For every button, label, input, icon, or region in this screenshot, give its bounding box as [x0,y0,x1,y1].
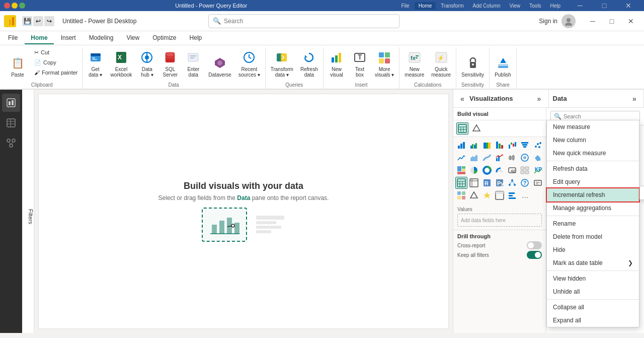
publish-button[interactable]: Publish [492,47,514,80]
report-canvas[interactable]: Build visuals with your data Select or d… [38,94,449,329]
new-visual-button[interactable]: Newvisual [326,47,348,80]
viz-trophy[interactable] [481,189,493,201]
sign-in-area[interactable]: Sign in [539,14,576,28]
app-search-input[interactable] [224,18,395,25]
ribbon-tab-file[interactable]: File [2,32,24,44]
viz-waterfall[interactable] [506,139,518,151]
data-hub-button[interactable]: Datahub ▾ [136,47,158,80]
viz-table2[interactable] [494,189,506,201]
context-menu-manage-aggregations[interactable]: Manage aggregations [547,201,639,215]
viz-smart-narrative[interactable] [532,177,544,189]
context-menu-new-quick-measure[interactable]: New quick measure [547,147,639,160]
ribbon-tab-view[interactable]: View [120,32,145,44]
viz-funnel[interactable] [519,139,531,151]
viz-table[interactable] [455,177,467,189]
keep-filters-switch[interactable] [527,251,542,259]
viz-collapse-btn[interactable]: « [457,94,467,104]
inner-tab-tools[interactable]: Tools [525,2,545,10]
refresh-data-button[interactable]: Refreshdata [297,47,321,80]
viz-treemap[interactable] [455,164,467,176]
viz-stacked-bar[interactable] [455,139,467,151]
viz-shape-icon[interactable] [470,122,482,134]
viz-ribbon[interactable] [481,152,493,164]
viz-decomp-tree[interactable] [506,177,518,189]
save-icon[interactable]: 💾 [22,16,32,26]
inner-tab-help[interactable]: Help [546,2,565,10]
cut-button[interactable]: ✂ Cut [32,47,80,57]
inner-maximize-btn[interactable]: □ [593,0,616,14]
copy-button[interactable]: 📄 Copy [32,57,80,67]
data-expand-btn[interactable]: » [629,94,639,104]
excel-button[interactable]: X Excelworkbook [108,47,135,80]
context-menu-expand-all[interactable]: Expand all [547,314,639,327]
sql-server-button[interactable]: SQLServer [159,47,181,80]
restore-btn[interactable]: □ [603,14,621,28]
transform-data-button[interactable]: Transformdata ▾ [268,47,296,80]
viz-box-plot[interactable] [506,152,518,164]
viz-card[interactable]: 42 [506,164,518,176]
recent-sources-button[interactable]: Recentsources ▾ [235,47,263,80]
sensitivity-button[interactable]: Sensitivity [458,47,487,80]
context-menu-rename[interactable]: Rename [547,217,639,230]
inner-tab-view[interactable]: View [506,2,525,10]
viz-scatter[interactable] [532,139,544,151]
context-menu-new-measure[interactable]: New measure [547,120,639,133]
cross-report-switch[interactable] [527,241,542,249]
ribbon-tab-home[interactable]: Home [25,32,53,44]
context-menu-edit-query[interactable]: Edit query [547,175,639,188]
viz-more-row1[interactable] [455,189,467,201]
context-menu-refresh-data[interactable]: Refresh data [547,162,639,175]
viz-pie[interactable] [468,164,480,176]
model-view-btn[interactable] [2,134,20,152]
viz-qna[interactable]: ? [519,177,531,189]
viz-python[interactable]: Py [494,177,506,189]
viz-ellipsis[interactable]: … [519,189,531,201]
inner-tab-transform[interactable]: Transform [437,2,467,10]
context-menu-hide[interactable]: Hide [547,243,639,256]
viz-100pct-bar[interactable] [481,139,493,151]
viz-r-script[interactable]: R [481,177,493,189]
context-menu-view-hidden[interactable]: View hidden [547,272,639,285]
viz-filled-map[interactable] [532,152,544,164]
viz-clustered-bar[interactable] [468,139,480,151]
inner-tab-addcolumn[interactable]: Add Column [469,2,505,10]
inner-close-btn[interactable]: ✕ [617,0,640,14]
viz-bar-horizontal[interactable] [506,189,518,201]
inner-minimize-btn[interactable]: ─ [569,0,592,14]
viz-multi-row-card[interactable] [519,164,531,176]
data-search-input[interactable] [564,113,636,119]
viz-table-icon[interactable] [456,122,468,134]
more-visuals-button[interactable]: Morevisuals ▾ [372,47,397,80]
new-measure-button[interactable]: fx Newmeasure [401,47,427,80]
viz-kpi[interactable]: KPI [532,164,544,176]
inner-tab-home[interactable]: Home [415,2,436,10]
quick-measure-button[interactable]: ⚡ Quickmeasure [428,47,454,80]
get-data-button[interactable]: Getdata ▾ [85,47,107,80]
app-search-bar[interactable]: 🔍 [208,14,399,28]
ribbon-tab-help[interactable]: Help [184,32,208,44]
context-menu-mark-as-date-table[interactable]: Mark as date table ❯ [547,256,639,269]
enter-data-button[interactable]: Enterdata [182,47,204,80]
ribbon-tab-optimize[interactable]: Optimize [146,32,182,44]
context-menu-incremental-refresh[interactable]: Incremental refresh [547,188,639,201]
viz-shape[interactable] [468,189,480,201]
viz-map[interactable] [519,152,531,164]
context-menu-delete-from-model[interactable]: Delete from model [547,230,639,243]
sign-in-text[interactable]: Sign in [539,18,557,25]
viz-line[interactable] [455,152,467,164]
viz-expand-btn[interactable]: » [534,94,544,104]
redo-icon[interactable]: ↪ [44,16,54,26]
paste-button[interactable]: 📋 Paste [4,47,31,80]
context-menu-new-column[interactable]: New column [547,133,639,147]
text-box-button[interactable]: T Textbox [349,47,371,80]
close-btn[interactable]: ✕ [622,14,640,28]
user-avatar[interactable] [561,14,576,28]
values-box[interactable]: Add data fields here [457,214,542,227]
undo-icon[interactable]: ↩ [33,16,43,26]
context-menu-unhide-all[interactable]: Unhide all [547,285,639,298]
viz-gauge[interactable] [494,164,506,176]
viz-matrix[interactable] [468,177,480,189]
table-view-btn[interactable] [2,114,20,132]
sub-menu-incremental-refresh-item[interactable]: Incremental refresh [640,186,644,199]
context-menu-collapse-all[interactable]: Collapse all [547,301,639,314]
